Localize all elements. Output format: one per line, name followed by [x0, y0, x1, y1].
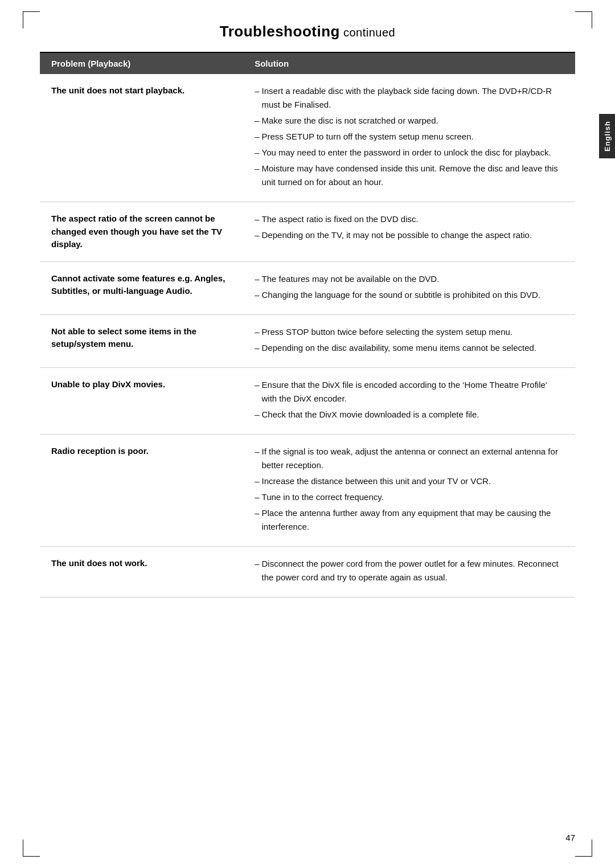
solution-text: You may need to enter the password in or…	[262, 146, 551, 159]
solution-text: The aspect ratio is fixed on the DVD dis…	[262, 212, 419, 226]
solution-cell-2: –The features may not be available on th…	[243, 261, 575, 314]
solution-item: –Depending on the disc availability, som…	[255, 341, 564, 355]
dash-symbol: –	[255, 490, 259, 504]
solution-item: –Ensure that the DivX file is encoded ac…	[255, 378, 564, 406]
solution-text: Moisture may have condensed inside this …	[262, 162, 564, 189]
table-row: The unit does not work.–Disconnect the p…	[40, 546, 575, 597]
solution-item: –Disconnect the power cord from the powe…	[255, 557, 564, 584]
problem-cell-6: The unit does not work.	[40, 546, 243, 597]
solution-column-header: Solution	[243, 53, 575, 74]
problem-cell-5: Radio reception is poor.	[40, 434, 243, 546]
dash-symbol: –	[255, 114, 259, 128]
dash-symbol: –	[255, 162, 259, 189]
dash-symbol: –	[255, 228, 259, 242]
table-row: Cannot activate some features e.g. Angle…	[40, 261, 575, 314]
solution-text: Press STOP button twice before selecting…	[262, 325, 513, 339]
solution-item: –Place the antenna further away from any…	[255, 506, 564, 534]
page-number: 47	[565, 833, 575, 842]
table-row: The aspect ratio of the screen cannot be…	[40, 202, 575, 262]
solution-text: Disconnect the power cord from the power…	[262, 557, 564, 584]
solution-text: Depending on the TV, it may not be possi…	[262, 228, 532, 242]
solution-cell-1: –The aspect ratio is fixed on the DVD di…	[243, 202, 575, 262]
dash-symbol: –	[255, 325, 259, 339]
solution-item: –Changing the language for the sound or …	[255, 288, 564, 302]
solution-text: Tune in to the correct frequency.	[262, 490, 384, 504]
dash-symbol: –	[255, 84, 259, 112]
solution-cell-4: –Ensure that the DivX file is encoded ac…	[243, 367, 575, 434]
solution-text: Increase the distance between this unit …	[262, 474, 491, 488]
problem-cell-4: Unable to play DivX movies.	[40, 367, 243, 434]
page-title: Troubleshooting continued	[40, 23, 575, 40]
solution-item: –If the signal is too weak, adjust the a…	[255, 445, 564, 472]
dash-symbol: –	[255, 288, 259, 302]
solution-text: Place the antenna further away from any …	[262, 506, 564, 534]
dash-symbol: –	[255, 506, 259, 534]
solution-item: –Press STOP button twice before selectin…	[255, 325, 564, 339]
solution-text: Check that the DivX movie downloaded is …	[262, 408, 479, 421]
solution-item: –The features may not be available on th…	[255, 272, 564, 286]
dash-symbol: –	[255, 408, 259, 421]
table-row: Unable to play DivX movies.–Ensure that …	[40, 367, 575, 434]
solution-item: –Tune in to the correct frequency.	[255, 490, 564, 504]
dash-symbol: –	[255, 341, 259, 355]
problem-cell-1: The aspect ratio of the screen cannot be…	[40, 202, 243, 262]
solution-item: –You may need to enter the password in o…	[255, 146, 564, 159]
troubleshoot-table: Problem (Playback) Solution The unit doe…	[40, 53, 575, 597]
solution-text: If the signal is too weak, adjust the an…	[262, 445, 564, 472]
dash-symbol: –	[255, 445, 259, 472]
solution-text: Press SETUP to turn off the system setup…	[262, 130, 474, 144]
solution-item: –Check that the DivX movie downloaded is…	[255, 408, 564, 421]
solution-cell-0: –Insert a readable disc with the playbac…	[243, 74, 575, 202]
solution-cell-6: –Disconnect the power cord from the powe…	[243, 546, 575, 597]
problem-cell-0: The unit does not start playback.	[40, 74, 243, 202]
solution-cell-3: –Press STOP button twice before selectin…	[243, 314, 575, 367]
problem-column-header: Problem (Playback)	[40, 53, 243, 74]
solution-item: –Insert a readable disc with the playbac…	[255, 84, 564, 112]
dash-symbol: –	[255, 212, 259, 226]
table-header-row: Problem (Playback) Solution	[40, 53, 575, 74]
table-row: Radio reception is poor.–If the signal i…	[40, 434, 575, 546]
solution-item: –Make sure the disc is not scratched or …	[255, 114, 564, 128]
solution-text: Make sure the disc is not scratched or w…	[262, 114, 438, 128]
dash-symbol: –	[255, 146, 259, 159]
solution-text: Ensure that the DivX file is encoded acc…	[262, 378, 564, 406]
dash-symbol: –	[255, 557, 259, 584]
table-row: Not able to select some items in the set…	[40, 314, 575, 367]
solution-item: –The aspect ratio is fixed on the DVD di…	[255, 212, 564, 226]
solution-text: Depending on the disc availability, some…	[262, 341, 537, 355]
solution-item: –Press SETUP to turn off the system setu…	[255, 130, 564, 144]
solution-text: Insert a readable disc with the playback…	[262, 84, 564, 112]
problem-cell-2: Cannot activate some features e.g. Angle…	[40, 261, 243, 314]
dash-symbol: –	[255, 272, 259, 286]
dash-symbol: –	[255, 130, 259, 144]
dash-symbol: –	[255, 474, 259, 488]
dash-symbol: –	[255, 378, 259, 406]
solution-item: –Moisture may have condensed inside this…	[255, 162, 564, 189]
problem-cell-3: Not able to select some items in the set…	[40, 314, 243, 367]
solution-item: –Increase the distance between this unit…	[255, 474, 564, 488]
solution-cell-5: –If the signal is too weak, adjust the a…	[243, 434, 575, 546]
solution-text: Changing the language for the sound or s…	[262, 288, 540, 302]
solution-item: –Depending on the TV, it may not be poss…	[255, 228, 564, 242]
table-row: The unit does not start playback.–Insert…	[40, 74, 575, 202]
solution-text: The features may not be available on the…	[262, 272, 440, 286]
